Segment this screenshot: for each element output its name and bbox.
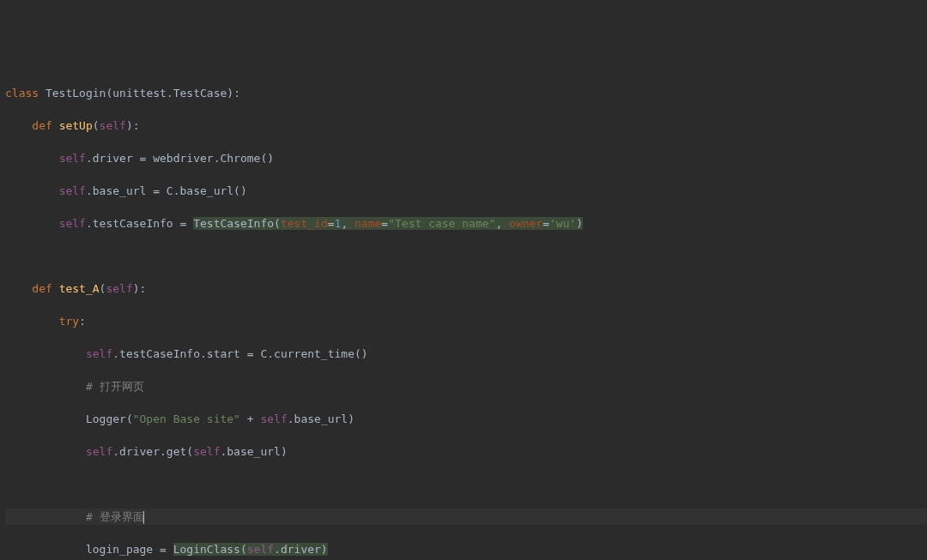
code-line[interactable]: self.testCaseInfo = TestCaseInfo(test_id…: [5, 215, 927, 232]
code-line[interactable]: [5, 248, 927, 264]
code-line[interactable]: self.driver.get(self.base_url): [5, 443, 927, 460]
code-line[interactable]: try:: [5, 313, 927, 329]
code-line[interactable]: self.base_url = C.base_url(): [5, 183, 927, 199]
code-line[interactable]: self.driver = webdriver.Chrome(): [5, 150, 927, 166]
text-cursor: [143, 511, 144, 524]
code-line[interactable]: def test_A(self):: [5, 280, 927, 297]
code-line[interactable]: class TestLogin(unittest.TestCase):: [5, 85, 927, 101]
code-editor[interactable]: class TestLogin(unittest.TestCase): def …: [0, 65, 927, 560]
code-line[interactable]: login_page = LoginClass(self.driver): [5, 541, 927, 557]
code-line[interactable]: [5, 476, 927, 492]
code-line[interactable]: def setUp(self):: [5, 117, 927, 134]
code-line[interactable]: Logger("Open Base site" + self.base_url): [5, 411, 927, 427]
code-line[interactable]: # 打开网页: [5, 378, 927, 394]
code-line[interactable]: self.testCaseInfo.start = C.current_time…: [5, 346, 927, 362]
code-line-active[interactable]: # 登录界面: [5, 509, 927, 525]
